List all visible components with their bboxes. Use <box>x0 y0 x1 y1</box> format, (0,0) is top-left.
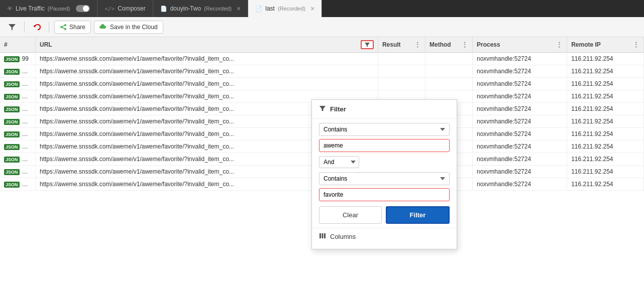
table-row[interactable]: JSON133https://aweme.snssdk.com/aweme/v1… <box>0 78 644 90</box>
result-col-menu[interactable]: ⋮ <box>414 41 421 49</box>
filter-dropdown-header: Filter <box>312 100 457 119</box>
cell-url: https://aweme.snssdk.com/aweme/v1/aweme/… <box>36 65 378 78</box>
tab-live-traffic-badge: (Paused) <box>48 6 70 12</box>
json-badge: JSON <box>4 106 20 112</box>
top-bar: 👁 Live Traffic (Paused) </> Composer 📄 d… <box>0 0 644 17</box>
tab-douyin-close[interactable]: × <box>237 5 241 13</box>
cell-remote: 116.211.92.254 <box>567 53 644 65</box>
cell-result <box>378 53 425 65</box>
process-col-menu[interactable]: ⋮ <box>556 41 563 49</box>
columns-label: Columns <box>330 233 356 240</box>
cell-remote: 116.211.92.254 <box>567 115 644 128</box>
json-badge: JSON <box>4 131 20 137</box>
cell-id: JSON213 <box>0 166 36 178</box>
cell-id: JSON151 <box>0 103 36 115</box>
tab-live-traffic[interactable]: 👁 Live Traffic (Paused) <box>0 0 97 17</box>
file-icon-last: 📄 <box>255 6 262 12</box>
tab-last-close[interactable]: × <box>310 5 314 13</box>
filter-value-input-2[interactable] <box>319 188 450 201</box>
col-header-result: Result ⋮ <box>378 37 425 53</box>
composer-icon: </> <box>104 6 115 12</box>
filter-value-input-1[interactable] <box>319 139 450 152</box>
col-header-remote: Remote IP ⋮ <box>567 37 644 53</box>
cell-url: https://aweme.snssdk.com/aweme/v1/aweme/… <box>36 78 378 90</box>
filter-and-select[interactable]: And Or <box>319 156 359 168</box>
cell-remote: 116.211.92.254 <box>567 78 644 90</box>
undo-button[interactable] <box>30 21 44 33</box>
svg-rect-9 <box>319 233 321 238</box>
cell-id: JSON133 <box>0 78 36 90</box>
remote-col-menu[interactable]: ⋮ <box>632 41 639 49</box>
cell-process: noxvmhandle:52724 <box>473 115 567 128</box>
table-container: # URL Resu <box>0 37 644 283</box>
svg-line-5 <box>61 25 65 27</box>
filter-button[interactable] <box>5 21 19 33</box>
table-row[interactable]: JSON124https://aweme.snssdk.com/aweme/v1… <box>0 65 644 78</box>
cell-method <box>425 65 472 78</box>
filter-dropdown: Filter Contains Starts with Ends with Eq… <box>311 99 457 249</box>
cell-remote: 116.211.92.254 <box>567 65 644 78</box>
cell-remote: 116.211.92.254 <box>567 153 644 166</box>
method-col-menu[interactable]: ⋮ <box>461 41 468 49</box>
tab-douyin-two-label: douyin-Two <box>170 5 201 12</box>
col-header-url: URL <box>36 37 378 53</box>
svg-marker-1 <box>33 25 35 27</box>
save-cloud-button[interactable]: Save in the Cloud <box>94 21 163 34</box>
cell-process: noxvmhandle:52724 <box>473 166 567 178</box>
filter-title: Filter <box>330 105 346 113</box>
filter-apply-button[interactable]: Filter <box>386 206 450 224</box>
columns-icon <box>319 232 326 241</box>
filter-type-select-1[interactable]: Contains Starts with Ends with Equals Do… <box>319 123 450 136</box>
tab-composer[interactable]: </> Composer <box>97 0 153 17</box>
tab-last-label: last <box>265 5 275 12</box>
eye-icon: 👁 <box>7 6 13 12</box>
cell-id: JSON99 <box>0 53 36 65</box>
filter-funnel-icon <box>319 105 326 113</box>
cell-remote: 116.211.92.254 <box>567 90 644 103</box>
tab-last-badge: (Recorded) <box>278 6 305 12</box>
svg-marker-0 <box>9 24 16 30</box>
json-badge: JSON <box>4 144 20 150</box>
svg-rect-10 <box>322 233 324 238</box>
cell-process: noxvmhandle:52724 <box>473 103 567 115</box>
tab-douyin-badge: (Recorded) <box>204 6 232 12</box>
url-filter-btn[interactable] <box>361 40 374 49</box>
toolbar-divider-1 <box>24 22 25 33</box>
columns-row[interactable]: Columns <box>312 228 457 245</box>
table-row[interactable]: JSON99https://aweme.snssdk.com/aweme/v1/… <box>0 53 644 65</box>
share-button[interactable]: Share <box>54 21 91 34</box>
cell-method <box>425 53 472 65</box>
tab-composer-label: Composer <box>118 5 145 12</box>
filter-connector: And Or <box>319 156 450 168</box>
cell-process: noxvmhandle:52724 <box>473 153 567 166</box>
cell-id: JSON225 <box>0 178 36 191</box>
json-badge: JSON <box>4 169 20 175</box>
cell-process: noxvmhandle:52724 <box>473 140 567 153</box>
col-result-label: Result <box>382 41 401 48</box>
filter-clear-button[interactable]: Clear <box>319 206 382 224</box>
cell-method <box>425 78 472 90</box>
toolbar: Share Save in the Cloud <box>0 17 644 37</box>
cell-id: JSON124 <box>0 65 36 78</box>
tab-douyin-two[interactable]: 📄 douyin-Two (Recorded) × <box>153 0 249 17</box>
save-cloud-label: Save in the Cloud <box>110 24 158 31</box>
toolbar-divider-2 <box>49 22 49 33</box>
cell-process: noxvmhandle:52724 <box>473 65 567 78</box>
svg-line-6 <box>61 27 65 29</box>
cell-remote: 116.211.92.254 <box>567 178 644 191</box>
json-badge: JSON <box>4 69 20 75</box>
cell-process: noxvmhandle:52724 <box>473 53 567 65</box>
svg-marker-8 <box>319 106 326 111</box>
cell-process: noxvmhandle:52724 <box>473 78 567 90</box>
col-remote-label: Remote IP <box>571 41 601 48</box>
svg-rect-11 <box>324 233 326 238</box>
tab-last[interactable]: 📄 last (Recorded) × <box>248 0 322 17</box>
json-badge: JSON <box>4 94 20 100</box>
svg-marker-7 <box>365 43 370 47</box>
cell-remote: 116.211.92.254 <box>567 128 644 140</box>
col-process-label: Process <box>477 41 500 48</box>
cell-process: noxvmhandle:52724 <box>473 90 567 103</box>
file-icon-douyin: 📄 <box>160 6 167 12</box>
filter-type-select-2[interactable]: Contains Starts with Ends with Equals Do… <box>319 172 450 185</box>
live-traffic-toggle[interactable] <box>76 5 90 12</box>
